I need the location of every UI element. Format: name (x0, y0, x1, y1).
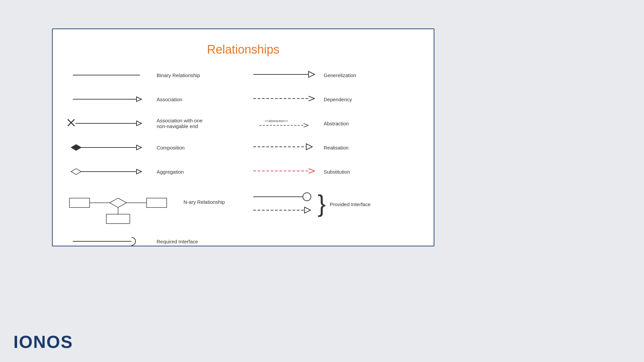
symbol-generelization (250, 68, 317, 82)
svg-marker-31 (306, 144, 312, 150)
row-substitution: Substitution (250, 163, 420, 180)
symbol-assoc-non-nav (66, 117, 150, 130)
provided-brace: } (318, 191, 326, 216)
content-area: Binary Relationship Association (53, 67, 434, 257)
svg-point-36 (303, 193, 311, 201)
label-assoc-non-nav: Association with onenon-navigable end (157, 118, 236, 129)
svg-marker-10 (71, 169, 81, 175)
row-provided: } Provided Interface (250, 190, 420, 218)
row-dependency: Dependency (250, 91, 420, 108)
svg-marker-7 (71, 144, 81, 150)
label-abstraction: Abstraction (324, 121, 420, 126)
symbol-substitution (250, 164, 317, 179)
label-realisation: Realisation (324, 145, 420, 150)
svg-line-28 (304, 123, 308, 125)
slide-title: Relationships (53, 43, 434, 57)
label-dependency: Dependency (324, 97, 420, 102)
row-abstraction: <<abstraction>> Abstraction (250, 115, 420, 132)
row-composition: Composition (66, 139, 236, 156)
row-aggregation: Aggregation (66, 163, 236, 180)
label-provided: Provided Interface (330, 201, 420, 207)
symbol-provided (250, 190, 317, 218)
symbol-nary (66, 187, 177, 226)
row-association: Association (66, 91, 236, 108)
svg-rect-17 (147, 198, 167, 207)
symbol-required (66, 235, 150, 248)
row-binary: Binary Relationship (66, 67, 236, 83)
label-association: Association (157, 97, 236, 102)
svg-line-24 (309, 96, 315, 99)
row-nary: N-ary Relationship (66, 187, 236, 226)
svg-line-34 (309, 171, 315, 173)
symbol-dependency (250, 92, 317, 107)
symbol-abstraction: <<abstraction>> (250, 116, 317, 131)
svg-marker-22 (309, 71, 315, 77)
svg-marker-12 (137, 169, 142, 174)
right-column: Generelization Dependency (243, 67, 420, 257)
symbol-binary (66, 68, 150, 82)
left-column: Binary Relationship Association (66, 67, 243, 257)
row-generelization: Generelization (250, 67, 420, 83)
label-binary: Binary Relationship (157, 72, 236, 78)
label-required: Required Interface (157, 239, 236, 244)
label-composition: Composition (157, 145, 236, 150)
svg-marker-2 (137, 97, 142, 102)
symbol-association (66, 93, 150, 106)
svg-rect-19 (106, 214, 130, 224)
row-assoc-non-nav: Association with onenon-navigable end (66, 115, 236, 132)
label-nary: N-ary Relationship (183, 199, 236, 205)
row-realisation: Realisation (250, 139, 420, 156)
label-aggregation: Aggregation (157, 169, 236, 175)
svg-marker-15 (110, 198, 126, 207)
label-substitution: Substitution (324, 169, 420, 175)
symbol-composition (66, 141, 150, 154)
svg-marker-38 (305, 207, 311, 213)
label-generelization: Generelization (324, 72, 420, 78)
row-required: Required Interface (66, 233, 236, 250)
ionos-logo: IONOS (13, 332, 73, 352)
svg-marker-9 (137, 145, 142, 150)
svg-rect-13 (69, 198, 90, 207)
symbol-realisation (250, 140, 317, 155)
svg-line-25 (309, 99, 315, 101)
svg-text:<<abstraction>>: <<abstraction>> (265, 119, 288, 123)
svg-marker-6 (137, 121, 142, 126)
svg-line-33 (309, 169, 315, 171)
svg-line-29 (304, 125, 308, 127)
slide-container: Relationships Binary Relationship (52, 28, 434, 246)
symbol-aggregation (66, 165, 150, 178)
